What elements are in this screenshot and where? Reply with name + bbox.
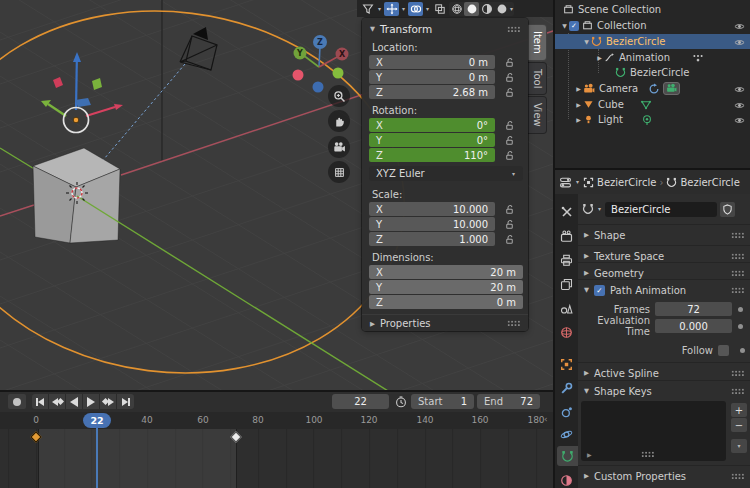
show-overlays-button[interactable] <box>408 2 423 16</box>
shading-wireframe-button[interactable] <box>449 2 464 16</box>
tab-material[interactable] <box>555 470 578 488</box>
scale-y-field[interactable]: Y10.000 <box>369 217 495 231</box>
panel-grip-icon[interactable] <box>731 232 744 239</box>
panel-shape-keys[interactable]: ▼Shape Keys <box>578 384 750 398</box>
rotation-y-field[interactable]: Y0° <box>369 133 495 147</box>
frame-start-field[interactable]: Start1 <box>411 394 474 409</box>
tab-object[interactable] <box>555 354 578 374</box>
dimensions-z-field[interactable]: Z0 m <box>369 295 523 309</box>
lock-icon[interactable] <box>504 150 515 161</box>
resize-grip-icon[interactable] <box>641 451 654 458</box>
lock-icon[interactable] <box>504 87 515 98</box>
frames-field[interactable]: 72 <box>655 302 732 316</box>
expand-arrow-icon[interactable]: ▶ <box>587 451 592 458</box>
shading-rendered-button[interactable] <box>494 2 509 16</box>
show-gizmo-button[interactable] <box>384 2 399 16</box>
collection-checkbox[interactable]: ✓ <box>569 21 579 31</box>
mesh-data-icon[interactable] <box>640 99 652 111</box>
object-type-visibility-button[interactable] <box>360 2 375 16</box>
animate-decorator-icon[interactable] <box>738 324 743 329</box>
panel-texture-space[interactable]: ▶Texture Space <box>578 249 750 263</box>
chevron-down-icon[interactable]: ▾ <box>510 6 513 12</box>
eye-icon[interactable] <box>734 83 745 95</box>
timeline-editor[interactable]: 22 Start1 End72 0 20 40 60 80 100 120 14… <box>0 390 553 488</box>
current-frame-badge[interactable]: 22 <box>83 413 111 428</box>
follow-checkbox[interactable] <box>718 345 729 356</box>
lock-icon[interactable] <box>504 219 515 230</box>
prev-keyframe-button[interactable] <box>49 394 66 409</box>
panel-grip-icon[interactable] <box>731 253 744 260</box>
expand-arrow-icon[interactable]: ▼ <box>560 22 569 29</box>
curve-data-icon[interactable] <box>582 203 594 215</box>
editor-divider[interactable] <box>553 0 555 488</box>
panel-geometry[interactable]: ▶Geometry <box>578 266 750 280</box>
lock-icon[interactable] <box>504 57 515 68</box>
breadcrumb-object[interactable]: BezierCircle <box>597 177 656 188</box>
expand-arrow-icon[interactable]: ▶ <box>574 85 583 92</box>
editor-type-icon[interactable] <box>559 176 572 189</box>
panel-grip-icon[interactable] <box>731 388 744 395</box>
tab-view[interactable]: View <box>528 96 547 134</box>
panel-active-spline[interactable]: ▶Active Spline <box>578 366 750 380</box>
tab-object-data[interactable] <box>557 446 578 466</box>
chevron-down-icon[interactable]: ▾ <box>426 6 429 12</box>
panel-grip-icon[interactable] <box>731 287 744 294</box>
eye-icon[interactable] <box>734 36 745 48</box>
rotation-mode-dropdown[interactable]: XYZ Euler▾ <box>369 166 523 181</box>
3d-viewport[interactable]: ▾ ▾ ▾ ▾ Z Y X <box>0 0 553 390</box>
play-button[interactable] <box>83 394 100 409</box>
eye-icon[interactable] <box>734 114 745 126</box>
panel-grip-icon[interactable] <box>507 320 520 327</box>
shading-solid-button[interactable] <box>464 2 479 16</box>
animate-decorator-icon[interactable] <box>738 307 743 312</box>
camera-view-button[interactable] <box>328 136 350 158</box>
tab-constraints[interactable] <box>555 424 578 444</box>
chevron-down-icon[interactable]: ▾ <box>378 6 381 12</box>
use-preview-range-button[interactable] <box>392 394 409 409</box>
tab-tool[interactable] <box>555 202 578 222</box>
lock-icon[interactable] <box>504 120 515 131</box>
toggle-xray-button[interactable] <box>432 2 447 16</box>
eye-icon[interactable] <box>734 20 745 32</box>
tab-view-layer[interactable] <box>555 274 578 294</box>
jump-to-end-button[interactable] <box>117 394 134 409</box>
light-data-icon[interactable] <box>641 114 653 126</box>
outliner-row-camera[interactable]: ▶ Camera <box>555 81 750 96</box>
scale-x-field[interactable]: X10.000 <box>369 202 495 216</box>
path-animation-checkbox[interactable]: ✓ <box>594 285 605 296</box>
chevron-down-icon[interactable]: ▾ <box>598 206 601 212</box>
panel-grip-icon[interactable] <box>507 26 520 33</box>
outliner-row-animation[interactable]: ▶ Animation <box>555 50 750 65</box>
dimensions-x-field[interactable]: X20 m <box>369 265 523 279</box>
lock-icon[interactable] <box>504 135 515 146</box>
expand-arrow-icon[interactable]: ▶ <box>595 54 604 61</box>
panel-grip-icon[interactable] <box>731 473 744 480</box>
rotation-x-field[interactable]: X0° <box>369 118 495 132</box>
playhead[interactable] <box>96 427 98 488</box>
tab-scene[interactable] <box>555 298 578 318</box>
tab-tool[interactable]: Tool <box>528 62 547 95</box>
panel-grip-icon[interactable] <box>731 270 744 277</box>
panel-path-animation[interactable]: ▼✓Path Animation <box>578 283 750 297</box>
outliner-row-cube[interactable]: ▶ Cube <box>555 97 750 112</box>
dimensions-y-field[interactable]: Y20 m <box>369 280 523 294</box>
chevron-down-icon[interactable]: ▾ <box>576 179 579 185</box>
shape-keys-list[interactable]: ▶ <box>581 401 726 461</box>
tab-world[interactable] <box>555 322 578 342</box>
auto-keying-record-button[interactable] <box>8 394 26 409</box>
eye-icon[interactable] <box>734 99 745 111</box>
lock-icon[interactable] <box>504 204 515 215</box>
properties-editor[interactable]: ▾ BezierCircle › BezierCircle ▾ <box>555 168 750 488</box>
rotation-z-field[interactable]: Z110° <box>369 148 495 162</box>
outliner-row-beziercircle-object[interactable]: ▼ BezierCircle <box>555 34 750 49</box>
panel-shape[interactable]: ▶Shape <box>578 228 750 242</box>
expand-arrow-icon[interactable]: ▼ <box>582 38 591 45</box>
shading-material-button[interactable] <box>479 2 494 16</box>
tab-physics[interactable] <box>555 402 578 422</box>
animate-decorator-icon[interactable] <box>740 348 745 353</box>
tab-item[interactable]: Item <box>528 24 547 61</box>
location-y-field[interactable]: Y0 m <box>369 70 495 84</box>
current-frame-field[interactable]: 22 <box>332 394 389 409</box>
properties-subpanel-header[interactable]: ▶Properties <box>362 314 528 331</box>
scale-z-field[interactable]: Z1.000 <box>369 232 495 246</box>
